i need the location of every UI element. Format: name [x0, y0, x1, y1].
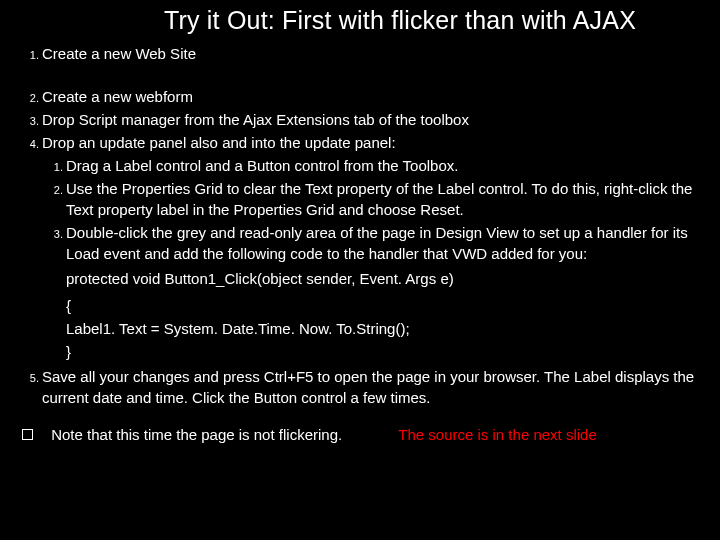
note-row: Note that this time the page is not flic… — [18, 426, 702, 443]
slide-title: Try it Out: First with flicker than with… — [98, 6, 702, 35]
step-5-text: Save all your changes and press Ctrl+F5 … — [42, 368, 694, 406]
substep-3-text: Double-click the grey and read-only area… — [66, 224, 688, 262]
step-4-text: Drop an update panel also and into the u… — [42, 134, 396, 151]
substep-2: Use the Properties Grid to clear the Tex… — [66, 178, 702, 220]
step-1-text: Create a new Web Site — [42, 45, 196, 62]
code-line-3: Label1. Text = System. Date.Time. Now. T… — [66, 318, 702, 339]
substep-1: Drag a Label control and a Button contro… — [66, 155, 702, 176]
step-5: Save all your changes and press Ctrl+F5 … — [42, 366, 702, 408]
substep-list: Drag a Label control and a Button contro… — [42, 155, 702, 289]
code-block: protected void Button1_Click(object send… — [66, 268, 702, 289]
step-list: Create a new Web Site Create a new webfo… — [18, 43, 702, 408]
step-2: Create a new webform — [42, 86, 702, 107]
slide: Try it Out: First with flicker than with… — [0, 0, 720, 540]
step-1: Create a new Web Site — [42, 43, 702, 64]
step-3: Drop Script manager from the Ajax Extens… — [42, 109, 702, 130]
note-left: Note that this time the page is not flic… — [51, 426, 342, 443]
code-line-4: } — [66, 341, 702, 362]
step-3-text: Drop Script manager from the Ajax Extens… — [42, 111, 469, 128]
step-4: Drop an update panel also and into the u… — [42, 132, 702, 362]
note-right: The source is in the next slide — [398, 426, 596, 443]
code-line-1: protected void Button1_Click(object send… — [66, 268, 702, 289]
substep-3: Double-click the grey and read-only area… — [66, 222, 702, 289]
code-line-2: { — [66, 295, 702, 316]
step-2-text: Create a new webform — [42, 88, 193, 105]
substep-2-text: Use the Properties Grid to clear the Tex… — [66, 180, 692, 218]
substep-1-text: Drag a Label control and a Button contro… — [66, 157, 458, 174]
checkbox-icon — [22, 429, 33, 440]
